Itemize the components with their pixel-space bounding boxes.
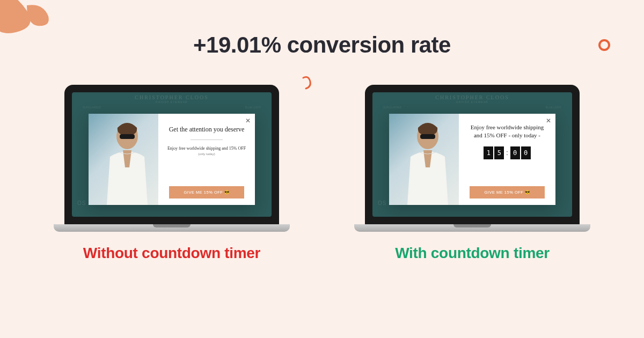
popup-image: [389, 114, 459, 205]
variant-label-with: With countdown timer: [395, 245, 550, 262]
popup-modal: ✕ Enjoy free worldwide shipping and 15% …: [389, 114, 555, 205]
countdown-timer: 1 5 : 0 0: [484, 146, 530, 159]
decorative-blob: [0, 0, 70, 70]
timer-digit: 0: [521, 146, 531, 159]
variant-with-timer: CHRISTOPHER CLOOS DANISH EYEWEAR SUNGLAS…: [354, 85, 590, 262]
decorative-squiggle: [301, 75, 317, 91]
popup-modal: ✕ Get the attention you deserve Enjoy fr…: [89, 114, 255, 205]
svg-rect-4: [420, 134, 435, 139]
headline: +19.01% conversion rate: [0, 32, 644, 58]
website-screen: CHRISTOPHER CLOOS DANISH EYEWEAR SUNGLAS…: [372, 92, 572, 217]
nav-item: SUNGLASSES: [383, 106, 401, 109]
nav-item: BLUE LIGHT: [245, 106, 261, 109]
timer-digit: 0: [510, 146, 520, 159]
timer-digit: 1: [484, 146, 493, 159]
variant-without-timer: CHRISTOPHER CLOOS DANISH EYEWEAR SUNGLAS…: [54, 85, 290, 262]
svg-point-0: [599, 40, 609, 50]
nav-item: SUNGLASSES: [83, 106, 101, 109]
popup-image: [89, 114, 158, 205]
laptop-mockup: CHRISTOPHER CLOOS DANISH EYEWEAR SUNGLAS…: [354, 85, 590, 232]
timer-colon: :: [505, 149, 509, 157]
laptop-mockup: CHRISTOPHER CLOOS DANISH EYEWEAR SUNGLAS…: [54, 85, 290, 232]
svg-rect-2: [120, 134, 135, 139]
close-icon[interactable]: ✕: [245, 117, 251, 124]
popup-title: Get the attention you deserve: [169, 126, 245, 134]
divider: [191, 139, 223, 140]
close-icon[interactable]: ✕: [546, 117, 551, 124]
timer-digit: 5: [494, 146, 504, 159]
nav-item: BLUE LIGHT: [546, 106, 561, 109]
website-screen: CHRISTOPHER CLOOS DANISH EYEWEAR SUNGLAS…: [72, 92, 272, 217]
site-brand: CHRISTOPHER CLOOS: [372, 92, 572, 100]
site-brand: CHRISTOPHER CLOOS: [72, 92, 272, 100]
variant-label-without: Without countdown timer: [83, 245, 260, 262]
comparison-row: CHRISTOPHER CLOOS DANISH EYEWEAR SUNGLAS…: [0, 85, 644, 262]
popup-title: Enjoy free worldwide shipping and 15% OF…: [467, 123, 547, 140]
popup-smalltext: (only today): [198, 152, 215, 156]
cta-button[interactable]: GIVE ME 15% OFF 😎: [470, 186, 545, 199]
cta-button[interactable]: GIVE ME 15% OFF 😎: [169, 186, 244, 199]
decorative-circle: [597, 38, 612, 53]
popup-body: Enjoy free worldwide shipping and 15% OF…: [167, 145, 246, 151]
